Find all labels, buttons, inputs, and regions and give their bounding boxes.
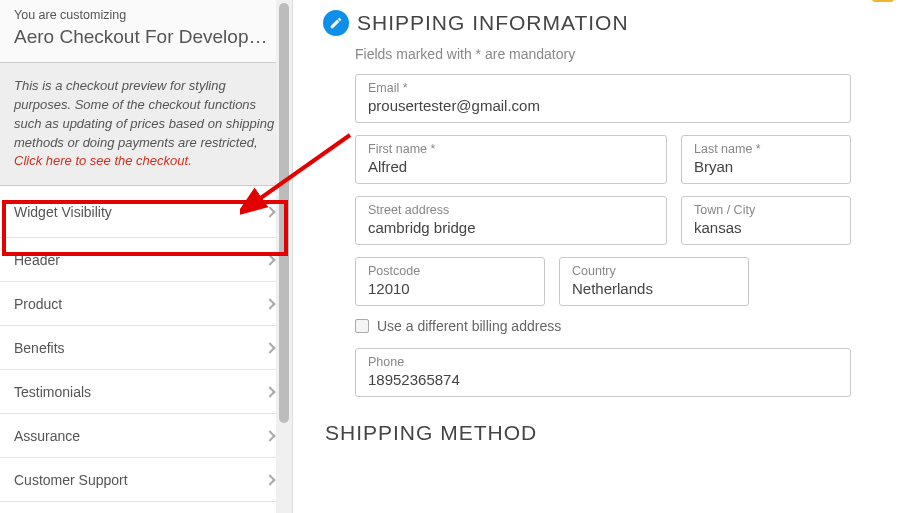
panel-testimonials[interactable]: Testimonials — [0, 370, 292, 414]
customizer-sidebar: You are customizing Aero Checkout For De… — [0, 0, 293, 513]
town-input[interactable] — [694, 219, 838, 236]
panel-label: Customer Support — [14, 472, 128, 488]
customizer-panel-list: Widget Visibility Header Product Benefit… — [0, 186, 292, 502]
preview-restriction-note: This is a checkout preview for styling p… — [0, 63, 292, 186]
email-input[interactable] — [368, 97, 838, 114]
see-checkout-link[interactable]: Click here to see the checkout. — [14, 153, 192, 168]
street-label: Street address — [368, 203, 654, 217]
panel-label: Testimonials — [14, 384, 91, 400]
checkout-preview: SHIPPING INFORMATION Fields marked with … — [293, 0, 902, 513]
panel-assurance[interactable]: Assurance — [0, 414, 292, 458]
town-label: Town / City — [694, 203, 838, 217]
postcode-field[interactable]: Postcode — [355, 257, 545, 306]
you-are-customizing-label: You are customizing — [14, 8, 278, 22]
note-body: This is a checkout preview for styling p… — [14, 78, 274, 150]
preview-device-tab — [872, 0, 894, 2]
country-field[interactable]: Country — [559, 257, 749, 306]
diff-billing-row[interactable]: Use a different billing address — [355, 318, 880, 334]
section-title-text: SHIPPING INFORMATION — [357, 11, 629, 35]
panel-widget-visibility[interactable]: Widget Visibility — [0, 186, 292, 238]
last-name-label: Last name * — [694, 142, 838, 156]
chevron-right-icon — [264, 474, 275, 485]
phone-field[interactable]: Phone — [355, 348, 851, 397]
chevron-right-icon — [264, 342, 275, 353]
panel-product[interactable]: Product — [0, 282, 292, 326]
panel-header[interactable]: Header — [0, 238, 292, 282]
email-label: Email * — [368, 81, 838, 95]
panel-label: Header — [14, 252, 60, 268]
chevron-right-icon — [264, 206, 275, 217]
panel-benefits[interactable]: Benefits — [0, 326, 292, 370]
pencil-icon — [323, 10, 349, 36]
shipping-method-heading: SHIPPING METHOD — [325, 421, 886, 445]
mandatory-note: Fields marked with * are mandatory — [355, 46, 886, 62]
phone-label: Phone — [368, 355, 838, 369]
diff-billing-label: Use a different billing address — [377, 318, 561, 334]
panel-label: Widget Visibility — [14, 204, 112, 220]
street-field[interactable]: Street address — [355, 196, 667, 245]
chevron-right-icon — [264, 254, 275, 265]
phone-input[interactable] — [368, 371, 838, 388]
town-field[interactable]: Town / City — [681, 196, 851, 245]
customizer-root: You are customizing Aero Checkout For De… — [0, 0, 902, 513]
scrollbar-thumb[interactable] — [279, 3, 289, 423]
panel-label: Product — [14, 296, 62, 312]
chevron-right-icon — [264, 298, 275, 309]
shipping-info-heading: SHIPPING INFORMATION — [323, 10, 886, 36]
postcode-input[interactable] — [368, 280, 532, 297]
first-name-input[interactable] — [368, 158, 654, 175]
chevron-right-icon — [264, 430, 275, 441]
postcode-label: Postcode — [368, 264, 532, 278]
last-name-input[interactable] — [694, 158, 838, 175]
email-field[interactable]: Email * — [355, 74, 851, 123]
first-name-label: First name * — [368, 142, 654, 156]
panel-label: Benefits — [14, 340, 65, 356]
sidebar-scrollbar[interactable] — [276, 0, 292, 513]
street-input[interactable] — [368, 219, 654, 236]
last-name-field[interactable]: Last name * — [681, 135, 851, 184]
first-name-field[interactable]: First name * — [355, 135, 667, 184]
diff-billing-checkbox[interactable] — [355, 319, 369, 333]
chevron-right-icon — [264, 386, 275, 397]
shipping-form: Email * First name * Last name * Street … — [323, 74, 886, 397]
sidebar-header: You are customizing Aero Checkout For De… — [0, 0, 292, 63]
country-label: Country — [572, 264, 736, 278]
panel-customer-support[interactable]: Customer Support — [0, 458, 292, 502]
customizing-page-title: Aero Checkout For Develop… — [14, 26, 278, 48]
panel-label: Assurance — [14, 428, 80, 444]
country-input[interactable] — [572, 280, 736, 297]
